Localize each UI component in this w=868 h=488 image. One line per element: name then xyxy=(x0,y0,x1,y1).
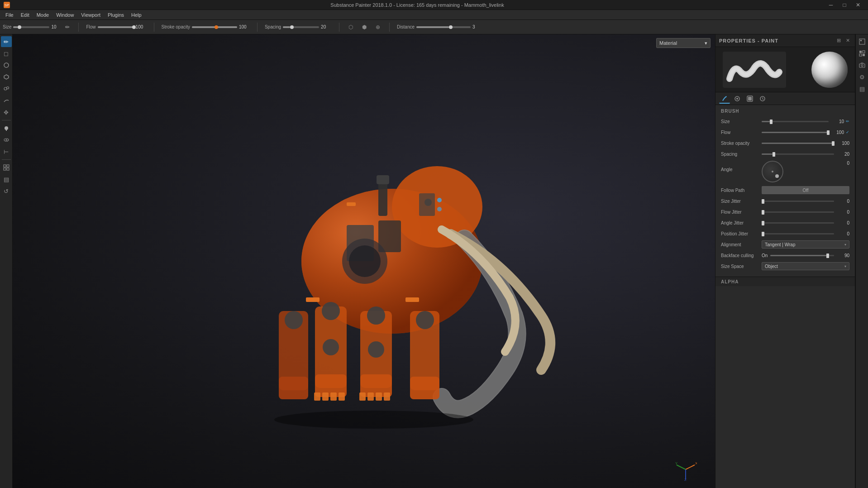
history-icon[interactable]: ↺ xyxy=(1,186,12,196)
flow-jitter-slider[interactable] xyxy=(762,209,834,215)
menu-mode[interactable]: Mode xyxy=(33,10,53,20)
alignment-dropdown[interactable]: Tangent | Wrap ▾ xyxy=(762,240,849,249)
app-icon: SP xyxy=(4,2,10,8)
window-title: Substance Painter 2018.1.0 - License: 16… xyxy=(10,2,825,8)
texture-sets-icon[interactable] xyxy=(857,48,868,59)
spacing-prop-value: 20 xyxy=(836,152,849,157)
size-prop-slider[interactable] xyxy=(762,118,829,124)
menu-plugins[interactable]: Plugins xyxy=(104,10,128,20)
titlebar-controls[interactable]: ─ □ ✕ xyxy=(825,0,864,10)
paint-brush-icon[interactable]: ✏ xyxy=(1,36,12,47)
size-jitter-row: Size Jitter 0 xyxy=(721,197,849,205)
size-space-dropdown-arrow: ▾ xyxy=(844,264,846,268)
projection-icon[interactable] xyxy=(1,60,12,71)
svg-point-42 xyxy=(349,245,381,277)
svg-text:Z: Z xyxy=(684,478,687,481)
panel-header: PROPERTIES - PAINT ⊞ ✕ xyxy=(715,34,855,47)
environment-icon[interactable]: ⚙ xyxy=(857,72,868,82)
eraser-icon[interactable]: ◻ xyxy=(1,48,12,59)
svg-rect-53 xyxy=(384,392,390,401)
svg-rect-12 xyxy=(4,168,6,170)
svg-rect-34 xyxy=(279,377,308,399)
layers-icon[interactable]: ▤ xyxy=(1,174,12,185)
tab-brush[interactable] xyxy=(719,94,730,104)
spacing-prop-slider[interactable] xyxy=(762,151,834,157)
svg-rect-15 xyxy=(860,40,862,41)
symmetry-radial-icon[interactable]: ⊕ xyxy=(374,23,382,31)
position-jitter-label: Position Jitter xyxy=(721,231,762,236)
toolbar-stroke-group: Stroke opacity 100 xyxy=(162,24,250,29)
size-space-label: Size Space xyxy=(721,264,762,269)
svg-rect-18 xyxy=(859,54,862,56)
stroke-opacity-prop-value: 100 xyxy=(836,141,849,146)
panel-expand-icon[interactable]: ⊞ xyxy=(835,37,842,44)
alignment-row: Alignment Tangent | Wrap ▾ xyxy=(721,240,849,249)
flow-slider[interactable] xyxy=(98,26,134,28)
flow-jitter-row: Flow Jitter 0 xyxy=(721,208,849,216)
tab-fill[interactable] xyxy=(744,94,755,104)
menu-window[interactable]: Window xyxy=(52,10,77,20)
render-mode-icon[interactable] xyxy=(857,36,868,47)
position-jitter-slider[interactable] xyxy=(762,230,834,237)
minimize-button[interactable]: ─ xyxy=(825,0,837,10)
close-button[interactable]: ✕ xyxy=(852,0,864,10)
maximize-button[interactable]: □ xyxy=(838,0,851,10)
menu-viewport[interactable]: Viewport xyxy=(77,10,104,20)
menu-file[interactable]: File xyxy=(2,10,17,20)
panel-close-icon[interactable]: ✕ xyxy=(844,37,851,44)
tab-material[interactable] xyxy=(732,94,743,104)
svg-rect-54 xyxy=(378,180,387,216)
angle-jitter-value: 0 xyxy=(836,220,849,225)
follow-path-bar[interactable]: Off xyxy=(762,186,849,194)
smudge-icon[interactable] xyxy=(1,95,12,106)
symmetry-h-icon[interactable]: ⬢ xyxy=(360,23,368,31)
toolbar-spacing-group: Spacing 20 xyxy=(265,24,332,29)
stroke-opacity-prop-slider[interactable] xyxy=(762,140,834,146)
size-edit-icon[interactable]: ✏ xyxy=(846,119,849,124)
distance-slider[interactable] xyxy=(416,26,471,28)
brush-section: BRUSH Size 10 ✏ Flow 100 ✓ xyxy=(715,105,855,277)
menu-help[interactable]: Help xyxy=(128,10,145,20)
spacing-value: 20 xyxy=(321,24,332,29)
menu-edit[interactable]: Edit xyxy=(17,10,33,20)
stroke-opacity-prop-label: Stroke opacity xyxy=(721,141,762,146)
flow-row: Flow 100 ✓ xyxy=(721,128,849,136)
backface-culling-slider[interactable] xyxy=(770,252,834,258)
color-picker-icon[interactable] xyxy=(1,123,12,134)
measure-icon[interactable]: ⊢ xyxy=(1,146,12,157)
symmetry-v-icon[interactable]: ⬡ xyxy=(347,23,355,31)
camera-settings-icon[interactable] xyxy=(857,60,868,71)
svg-rect-14 xyxy=(859,39,865,44)
sep5 xyxy=(389,23,390,32)
clone-icon[interactable] xyxy=(1,83,12,94)
stroke-opacity-slider[interactable] xyxy=(192,26,237,28)
display-icon[interactable]: ▤ xyxy=(857,83,868,94)
alignment-dropdown-arrow: ▾ xyxy=(844,243,846,247)
size-space-dropdown[interactable]: Object ▾ xyxy=(762,262,849,270)
eye-icon[interactable] xyxy=(1,134,12,145)
grid-icon[interactable] xyxy=(1,162,12,173)
tab-timer[interactable] xyxy=(757,94,768,104)
size-jitter-slider[interactable] xyxy=(762,198,834,204)
angle-prop-label: Angle xyxy=(721,161,762,172)
follow-path-label: Follow Path xyxy=(721,188,762,193)
spacing-slider[interactable] xyxy=(283,26,319,28)
svg-point-38 xyxy=(416,311,434,329)
svg-line-62 xyxy=(677,465,686,469)
flow-prop-slider[interactable] xyxy=(762,129,829,135)
spacing-prop-label: Spacing xyxy=(721,152,762,157)
position-jitter-row: Position Jitter 0 xyxy=(721,230,849,238)
sep1 xyxy=(78,23,79,32)
alignment-label: Alignment xyxy=(721,242,762,247)
angle-circle[interactable] xyxy=(762,161,783,182)
svg-point-57 xyxy=(424,199,432,206)
svg-rect-16 xyxy=(859,51,862,53)
angle-jitter-slider[interactable] xyxy=(762,220,834,226)
polygon-fill-icon[interactable] xyxy=(1,72,12,82)
material-select-dropdown[interactable]: Material ▾ xyxy=(656,38,711,48)
size-slider[interactable] xyxy=(13,26,49,28)
size-row: Size 10 ✏ xyxy=(721,117,849,125)
svg-text:SP: SP xyxy=(5,3,10,7)
svg-point-58 xyxy=(437,198,442,202)
transform-icon[interactable]: ✥ xyxy=(1,107,12,118)
